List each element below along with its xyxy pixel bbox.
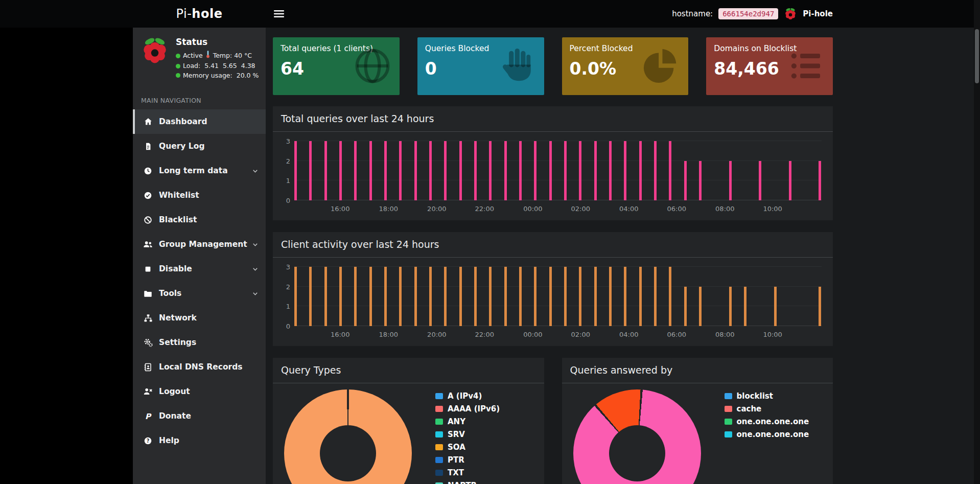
bar[interactable] xyxy=(414,267,417,326)
bar[interactable] xyxy=(444,267,447,326)
bar[interactable] xyxy=(399,141,402,200)
bar[interactable] xyxy=(489,267,492,326)
bar[interactable] xyxy=(654,267,657,326)
bar[interactable] xyxy=(414,141,417,200)
bar[interactable] xyxy=(594,267,597,326)
client-activity-chart[interactable]: 012316:0018:0020:0022:0000:0002:0004:000… xyxy=(281,265,822,341)
bar[interactable] xyxy=(354,267,357,326)
sidebar-item-local-dns-records[interactable]: Local DNS Records xyxy=(133,355,266,379)
bar[interactable] xyxy=(294,267,297,326)
bar[interactable] xyxy=(699,161,702,200)
bar[interactable] xyxy=(459,267,462,326)
bar[interactable] xyxy=(534,267,536,326)
bar[interactable] xyxy=(429,141,432,200)
legend-item-cache[interactable]: cache xyxy=(725,404,809,413)
bar[interactable] xyxy=(774,287,777,326)
x-tick-label: 22:00 xyxy=(475,205,494,213)
sidebar-item-logout[interactable]: Logout xyxy=(133,379,266,404)
sidebar-item-query-log[interactable]: Query Log xyxy=(133,134,266,158)
bar[interactable] xyxy=(309,141,312,200)
legend-item-one-one-one-one[interactable]: one.one.one.one xyxy=(725,430,809,439)
bar[interactable] xyxy=(534,141,536,200)
legend-item-blocklist[interactable]: blocklist xyxy=(725,391,809,401)
bar[interactable] xyxy=(684,161,687,200)
bar[interactable] xyxy=(594,141,597,200)
bar[interactable] xyxy=(459,141,462,200)
bar[interactable] xyxy=(504,141,507,200)
bar[interactable] xyxy=(504,267,507,326)
legend-item-srv[interactable]: SRV xyxy=(435,430,500,439)
scrollbar-track[interactable] xyxy=(974,0,980,484)
legend-item-txt[interactable]: TXT xyxy=(435,468,500,477)
legend-item-soa[interactable]: SOA xyxy=(435,443,500,452)
bar[interactable] xyxy=(639,141,642,200)
bar[interactable] xyxy=(624,267,626,326)
bar[interactable] xyxy=(369,267,372,326)
bar[interactable] xyxy=(639,267,642,326)
bar[interactable] xyxy=(429,267,432,326)
bar[interactable] xyxy=(474,267,477,326)
bar[interactable] xyxy=(819,161,821,200)
sidebar-item-network[interactable]: Network xyxy=(133,306,266,330)
bar[interactable] xyxy=(489,141,492,200)
bar[interactable] xyxy=(744,287,746,326)
bar[interactable] xyxy=(339,141,342,200)
bar[interactable] xyxy=(654,141,657,200)
bar[interactable] xyxy=(684,287,687,326)
bar[interactable] xyxy=(699,287,702,326)
bar[interactable] xyxy=(354,141,357,200)
bar[interactable] xyxy=(309,267,312,326)
sidebar-item-help[interactable]: ?Help xyxy=(133,428,266,453)
bar[interactable] xyxy=(564,267,567,326)
legend-item-naptr[interactable]: NAPTR xyxy=(435,481,500,484)
queries-answered-by-donut[interactable] xyxy=(573,389,701,484)
sidebar-item-whitelist[interactable]: Whitelist xyxy=(133,183,266,208)
bar[interactable] xyxy=(579,267,581,326)
bar[interactable] xyxy=(324,141,327,200)
bar[interactable] xyxy=(564,141,567,200)
sidebar-item-tools[interactable]: Tools xyxy=(133,281,266,306)
legend-item-ptr[interactable]: PTR xyxy=(435,455,500,465)
sidebar-item-long-term-data[interactable]: Long term data xyxy=(133,158,266,183)
scrollbar-thumb[interactable] xyxy=(975,29,979,83)
bar[interactable] xyxy=(669,267,671,326)
bar[interactable] xyxy=(339,267,342,326)
legend-swatch xyxy=(725,419,732,425)
bar[interactable] xyxy=(759,161,761,200)
legend-item-one-one-one-one[interactable]: one.one.one.one xyxy=(725,417,809,426)
bar[interactable] xyxy=(294,141,297,200)
hamburger-icon[interactable] xyxy=(274,10,284,20)
sidebar-item-dashboard[interactable]: Dashboard xyxy=(133,109,266,134)
bar[interactable] xyxy=(579,141,581,200)
legend-item-a-ipv4[interactable]: A (IPv4) xyxy=(435,391,500,401)
bar[interactable] xyxy=(384,267,387,326)
bar[interactable] xyxy=(444,141,447,200)
bar[interactable] xyxy=(549,267,552,326)
bar[interactable] xyxy=(519,141,522,200)
bar[interactable] xyxy=(669,141,671,200)
bar[interactable] xyxy=(474,141,477,200)
total-queries-chart[interactable]: 012316:0018:0020:0022:0000:0002:0004:000… xyxy=(281,139,822,216)
bar[interactable] xyxy=(624,141,626,200)
sidebar-item-disable[interactable]: Disable xyxy=(133,257,266,281)
bar[interactable] xyxy=(324,267,327,326)
sidebar-item-settings[interactable]: Settings xyxy=(133,330,266,355)
bar[interactable] xyxy=(549,141,552,200)
bar[interactable] xyxy=(729,287,732,326)
legend-item-aaaa-ipv6[interactable]: AAAA (IPv6) xyxy=(435,404,500,413)
legend-item-any[interactable]: ANY xyxy=(435,417,500,426)
sidebar-item-donate[interactable]: PDonate xyxy=(133,404,266,428)
bar[interactable] xyxy=(789,161,791,200)
bar[interactable] xyxy=(519,267,522,326)
bar[interactable] xyxy=(399,267,402,326)
sidebar-item-blacklist[interactable]: Blacklist xyxy=(133,208,266,232)
bar[interactable] xyxy=(369,141,372,200)
bar[interactable] xyxy=(819,287,821,326)
address-book-icon xyxy=(142,363,154,372)
bar[interactable] xyxy=(384,141,387,200)
bar[interactable] xyxy=(609,141,612,200)
bar[interactable] xyxy=(609,267,612,326)
query-types-donut[interactable] xyxy=(284,389,412,484)
sidebar-item-group-management[interactable]: Group Management xyxy=(133,232,266,257)
bar[interactable] xyxy=(729,161,732,200)
